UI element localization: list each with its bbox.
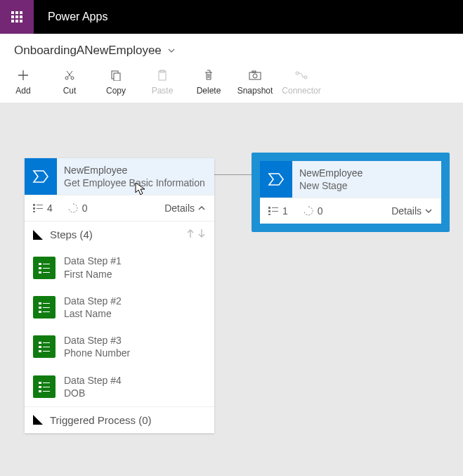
svg-rect-11 xyxy=(33,204,35,206)
step-name-label: Data Step #2 xyxy=(64,295,122,307)
svg-rect-37 xyxy=(43,387,50,387)
process-count-stat: 0 xyxy=(304,205,323,217)
flow-name-dropdown[interactable]: OnboardingANewEmployee xyxy=(14,44,176,58)
step-field-label: DOB xyxy=(64,387,122,399)
details-label: Details xyxy=(391,205,422,217)
svg-rect-33 xyxy=(43,351,50,352)
svg-point-1 xyxy=(71,77,74,79)
add-button[interactable]: Add xyxy=(0,69,46,96)
triggered-section-header[interactable]: Triggered Process (0) xyxy=(25,406,214,433)
cycle-icon xyxy=(304,206,313,216)
arrow-down-icon xyxy=(197,229,206,238)
stage-title-label: Get Employee Basic Information xyxy=(64,176,205,189)
stage-entity-label: NewEmployee xyxy=(64,164,205,176)
svg-rect-23 xyxy=(43,303,50,304)
stage-stats-row: 1 0 Details xyxy=(260,198,441,224)
app-launcher-button[interactable] xyxy=(0,0,34,34)
svg-rect-41 xyxy=(272,207,278,208)
reorder-arrows[interactable] xyxy=(186,229,206,240)
cycle-icon xyxy=(68,203,78,213)
details-toggle[interactable]: Details xyxy=(164,202,206,214)
flow-name-label: OnboardingANewEmployee xyxy=(14,44,162,58)
step-row[interactable]: Data Step #1 First Name xyxy=(25,247,214,287)
stage-header[interactable]: NewEmployee Get Employee Basic Informati… xyxy=(25,158,214,195)
copy-label: Copy xyxy=(106,86,126,96)
plus-icon xyxy=(18,69,29,82)
app-title: Power Apps xyxy=(34,0,122,34)
details-label: Details xyxy=(164,202,195,214)
step-count-value: 4 xyxy=(47,202,53,214)
step-count-stat: 1 xyxy=(268,205,288,217)
svg-rect-17 xyxy=(43,264,50,264)
svg-rect-27 xyxy=(43,311,50,312)
stage-header[interactable]: NewEmployee New Stage xyxy=(260,161,441,198)
svg-rect-3 xyxy=(114,73,120,81)
step-count-stat: 4 xyxy=(33,202,53,214)
svg-rect-21 xyxy=(43,272,50,273)
svg-rect-38 xyxy=(39,390,41,392)
cut-button[interactable]: Cut xyxy=(46,69,93,96)
svg-point-0 xyxy=(65,77,68,79)
step-field-label: First Name xyxy=(64,268,122,281)
stage-card-2-selected[interactable]: NewEmployee New Stage 1 0 Details xyxy=(252,153,450,232)
triangle-icon xyxy=(33,415,43,425)
stage-stats-row: 4 0 Details xyxy=(25,195,214,221)
svg-rect-12 xyxy=(37,205,43,205)
delete-button[interactable]: Delete xyxy=(185,69,232,96)
paste-label: Paste xyxy=(152,86,174,96)
snapshot-button[interactable]: Snapshot xyxy=(232,69,278,96)
copy-button[interactable]: Copy xyxy=(93,69,139,96)
add-label: Add xyxy=(15,86,30,96)
step-row[interactable]: Data Step #3 Phone Number xyxy=(25,327,214,366)
svg-point-10 xyxy=(304,76,307,79)
svg-rect-29 xyxy=(43,342,50,343)
process-count-stat: 0 xyxy=(68,202,88,214)
step-field-label: Phone Number xyxy=(64,347,130,359)
process-count-value: 0 xyxy=(82,202,88,214)
step-row[interactable]: Data Step #4 DOB xyxy=(25,367,214,406)
delete-label: Delete xyxy=(197,86,221,96)
svg-rect-14 xyxy=(37,208,43,209)
svg-rect-35 xyxy=(43,382,50,383)
connector-label: Connector xyxy=(282,86,320,96)
list-icon xyxy=(268,207,278,215)
svg-rect-15 xyxy=(33,211,35,212)
data-step-icon xyxy=(33,335,56,358)
chevron-down-icon xyxy=(424,207,433,215)
canvas[interactable]: NewEmployee Get Employee Basic Informati… xyxy=(0,103,463,476)
steps-section-header[interactable]: Steps (4) xyxy=(25,221,214,247)
step-field-label: Last Name xyxy=(64,307,122,320)
data-step-icon xyxy=(33,257,56,279)
svg-point-7 xyxy=(253,74,257,78)
paste-button[interactable]: Paste xyxy=(139,69,185,96)
svg-rect-36 xyxy=(39,386,41,388)
chevron-down-icon xyxy=(167,46,176,55)
stage-chevron-icon xyxy=(260,161,292,198)
process-count-value: 0 xyxy=(318,205,323,217)
step-name-label: Data Step #3 xyxy=(64,334,130,347)
details-toggle[interactable]: Details xyxy=(391,205,433,217)
svg-rect-16 xyxy=(39,263,41,265)
svg-rect-22 xyxy=(39,302,41,304)
paste-icon xyxy=(157,69,168,82)
subheader: OnboardingANewEmployee xyxy=(0,34,463,65)
scissors-icon xyxy=(64,69,75,82)
svg-rect-8 xyxy=(252,71,256,72)
step-name-label: Data Step #1 xyxy=(64,255,122,267)
list-icon xyxy=(33,204,43,212)
svg-rect-32 xyxy=(39,350,41,352)
triangle-icon xyxy=(33,230,43,240)
trash-icon xyxy=(203,69,214,82)
copy-icon xyxy=(110,69,122,82)
stage-card-1[interactable]: NewEmployee Get Employee Basic Informati… xyxy=(25,158,214,433)
svg-rect-25 xyxy=(43,307,50,308)
connector-icon xyxy=(295,69,308,82)
svg-point-9 xyxy=(296,72,299,75)
stage-title-label: New Stage xyxy=(299,179,363,192)
svg-rect-43 xyxy=(272,211,278,212)
connector-line xyxy=(214,174,256,175)
step-row[interactable]: Data Step #2 Last Name xyxy=(25,288,214,327)
connector-button[interactable]: Connector xyxy=(278,69,325,96)
stage-entity-label: NewEmployee xyxy=(299,167,363,179)
step-count-value: 1 xyxy=(282,205,288,217)
